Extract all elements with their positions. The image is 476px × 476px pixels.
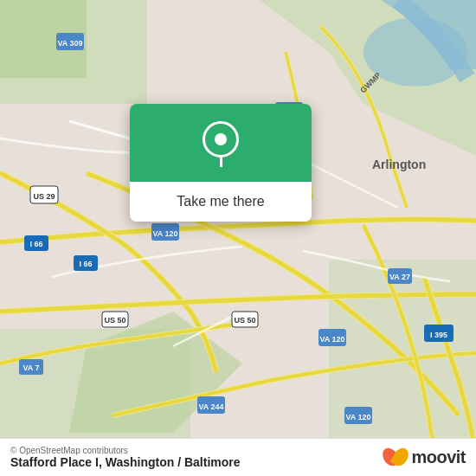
moovit-pin-icon	[383, 447, 408, 468]
map-container: VA 309 VA 120 US 29 I 66 I 66 VA 7 US 50…	[0, 0, 476, 476]
pin-circle	[203, 121, 239, 158]
map-svg: VA 309 VA 120 US 29 I 66 I 66 VA 7 US 50…	[0, 0, 476, 476]
svg-text:I 66: I 66	[29, 240, 42, 248]
location-card: Take me there	[130, 104, 312, 222]
svg-text:I 66: I 66	[79, 260, 92, 268]
svg-text:VA 309: VA 309	[57, 39, 82, 48]
svg-text:VA 244: VA 244	[198, 402, 223, 411]
card-green-section	[130, 104, 312, 182]
map-pin-icon	[202, 121, 240, 168]
svg-text:VA 120: VA 120	[319, 335, 344, 344]
pin-tail	[220, 157, 222, 167]
svg-text:US 50: US 50	[104, 316, 125, 325]
osm-attribution: © OpenStreetMap contributors	[10, 446, 241, 455]
bottom-bar: © OpenStreetMap contributors Stafford Pl…	[0, 438, 476, 476]
take-me-there-button[interactable]: Take me there	[130, 182, 312, 222]
svg-text:US 50: US 50	[234, 316, 255, 325]
moovit-wordmark: moovit	[411, 447, 466, 467]
bottom-bar-left: © OpenStreetMap contributors Stafford Pl…	[10, 446, 241, 469]
svg-text:VA 7: VA 7	[23, 363, 39, 372]
svg-text:I 395: I 395	[430, 331, 447, 339]
svg-text:VA 120: VA 120	[152, 229, 177, 238]
svg-text:VA 120: VA 120	[345, 413, 370, 421]
svg-text:VA 27: VA 27	[389, 273, 410, 281]
pin-inner-dot	[215, 133, 227, 145]
moovit-logo: moovit	[383, 447, 466, 468]
location-title: Stafford Place I, Washington / Baltimore	[10, 455, 241, 469]
svg-text:US 29: US 29	[33, 192, 55, 201]
svg-text:Arlington: Arlington	[372, 158, 426, 171]
